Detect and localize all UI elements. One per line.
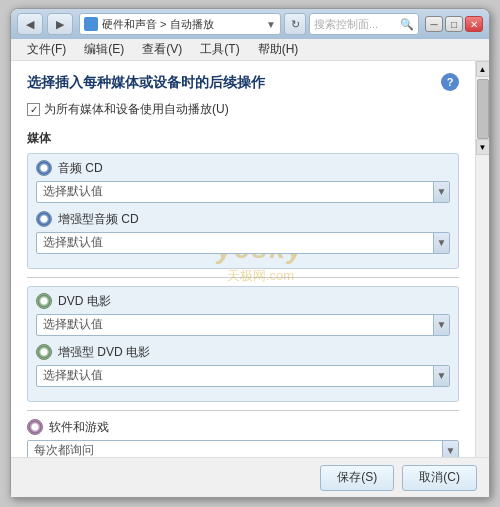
cd-disc-icon <box>36 160 52 176</box>
divider-2 <box>27 410 459 411</box>
checkbox-check: ✓ <box>30 104 38 115</box>
enhanced-audio-cd-value: 选择默认值 <box>43 234 433 251</box>
autoplay-checkbox[interactable]: ✓ <box>27 103 40 116</box>
autoplay-checkbox-row: ✓ 为所有媒体和设备使用自动播放(U) <box>27 101 459 118</box>
autoplay-label: 为所有媒体和设备使用自动播放(U) <box>44 101 229 118</box>
menu-view[interactable]: 查看(V) <box>134 39 190 60</box>
title-row: 选择插入每种媒体或设备时的后续操作 ? <box>27 73 459 101</box>
software-label: 软件和游戏 <box>49 419 109 436</box>
cancel-button[interactable]: 取消(C) <box>402 465 477 491</box>
enhanced-dvd-item: 增强型 DVD 电影 选择默认值 ▼ <box>36 344 450 387</box>
software-dropdown-arrow: ▼ <box>442 441 458 457</box>
menubar: 文件(F) 编辑(E) 查看(V) 工具(T) 帮助(H) <box>11 39 489 61</box>
menu-tools[interactable]: 工具(T) <box>192 39 247 60</box>
dvd-movie-item: DVD 电影 选择默认值 ▼ <box>36 293 450 336</box>
software-disc-icon <box>27 419 43 435</box>
software-dropdown[interactable]: 每次都询问 ▼ <box>27 440 459 457</box>
address-dropdown-arrow[interactable]: ▼ <box>266 19 276 30</box>
audio-cd-dropdown-value: 选择默认值 <box>43 183 433 200</box>
dvd-movie-value: 选择默认值 <box>43 316 433 333</box>
divider-1 <box>27 277 459 278</box>
scroll-thumb[interactable] <box>477 79 489 139</box>
save-button[interactable]: 保存(S) <box>320 465 394 491</box>
enhanced-audio-cd-arrow: ▼ <box>433 233 449 253</box>
nav-buttons: ◀ ▶ <box>17 13 73 35</box>
audio-cd-header: 音频 CD <box>36 160 450 177</box>
dvd-disc-icon <box>36 293 52 309</box>
enhanced-dvd-value: 选择默认值 <box>43 367 433 384</box>
help-icon[interactable]: ? <box>441 73 459 91</box>
software-dropdown-value: 每次都询问 <box>34 442 442 457</box>
audio-cd-label: 音频 CD <box>58 160 103 177</box>
close-button[interactable]: ✕ <box>465 16 483 32</box>
enhanced-audio-cd-label: 增强型音频 CD <box>58 211 139 228</box>
enhanced-audio-cd-dropdown[interactable]: 选择默认值 ▼ <box>36 232 450 254</box>
scrollbar: ▲ ▼ <box>475 61 489 457</box>
search-icon[interactable]: 🔍 <box>400 18 414 31</box>
enhanced-cd-disc-icon <box>36 211 52 227</box>
main-window: ◀ ▶ 硬件和声音 > 自动播放 ▼ ↻ 搜索控制面... 🔍 ─ □ ✕ 文件… <box>10 8 490 498</box>
back-button[interactable]: ◀ <box>17 13 43 35</box>
audio-cd-item: 音频 CD 选择默认值 ▼ <box>36 160 450 203</box>
main-panel: yesky 天极网.com 选择插入每种媒体或设备时的后续操作 ? ✓ 为所有媒… <box>11 61 475 457</box>
enhanced-dvd-label: 增强型 DVD 电影 <box>58 344 150 361</box>
dvd-icon <box>36 293 52 309</box>
enhanced-dvd-icon <box>36 344 52 360</box>
maximize-button[interactable]: □ <box>445 16 463 32</box>
menu-edit[interactable]: 编辑(E) <box>76 39 132 60</box>
search-placeholder: 搜索控制面... <box>314 17 397 32</box>
refresh-button[interactable]: ↻ <box>284 13 306 35</box>
dvd-movie-arrow: ▼ <box>433 315 449 335</box>
bottom-bar: 保存(S) 取消(C) <box>11 457 489 497</box>
scroll-down-button[interactable]: ▼ <box>476 139 490 155</box>
content-area: yesky 天极网.com 选择插入每种媒体或设备时的后续操作 ? ✓ 为所有媒… <box>11 61 489 457</box>
dvd-movie-header: DVD 电影 <box>36 293 450 310</box>
enhanced-audio-cd-item: 增强型音频 CD 选择默认值 ▼ <box>36 211 450 254</box>
window-controls: ─ □ ✕ <box>425 16 483 32</box>
audio-cd-icon <box>36 160 52 176</box>
enhanced-dvd-disc-icon <box>36 344 52 360</box>
dvd-movie-label: DVD 电影 <box>58 293 111 310</box>
enhanced-dvd-arrow: ▼ <box>433 366 449 386</box>
address-text: 硬件和声音 > 自动播放 <box>102 17 262 32</box>
audio-cd-dropdown-arrow: ▼ <box>433 182 449 202</box>
software-header: 软件和游戏 <box>27 419 459 436</box>
enhanced-audio-cd-header: 增强型音频 CD <box>36 211 450 228</box>
dvd-movie-dropdown[interactable]: 选择默认值 ▼ <box>36 314 450 336</box>
software-icon <box>27 419 43 435</box>
dvd-section: DVD 电影 选择默认值 ▼ 增强型 DVD 电影 <box>27 286 459 402</box>
titlebar: ◀ ▶ 硬件和声音 > 自动播放 ▼ ↻ 搜索控制面... 🔍 ─ □ ✕ <box>11 9 489 39</box>
media-section: 音频 CD 选择默认值 ▼ 增强型音频 CD <box>27 153 459 269</box>
enhanced-audio-cd-icon <box>36 211 52 227</box>
enhanced-dvd-dropdown[interactable]: 选择默认值 ▼ <box>36 365 450 387</box>
enhanced-dvd-header: 增强型 DVD 电影 <box>36 344 450 361</box>
audio-cd-dropdown[interactable]: 选择默认值 ▼ <box>36 181 450 203</box>
search-bar[interactable]: 搜索控制面... 🔍 <box>309 13 419 35</box>
menu-file[interactable]: 文件(F) <box>19 39 74 60</box>
page-title: 选择插入每种媒体或设备时的后续操作 <box>27 73 265 93</box>
scroll-up-button[interactable]: ▲ <box>476 61 490 77</box>
forward-button[interactable]: ▶ <box>47 13 73 35</box>
minimize-button[interactable]: ─ <box>425 16 443 32</box>
address-icon <box>84 17 98 31</box>
media-section-title: 媒体 <box>27 130 459 147</box>
menu-help[interactable]: 帮助(H) <box>250 39 307 60</box>
software-section: 软件和游戏 每次都询问 ▼ <box>27 419 459 457</box>
address-bar[interactable]: 硬件和声音 > 自动播放 ▼ <box>79 13 281 35</box>
